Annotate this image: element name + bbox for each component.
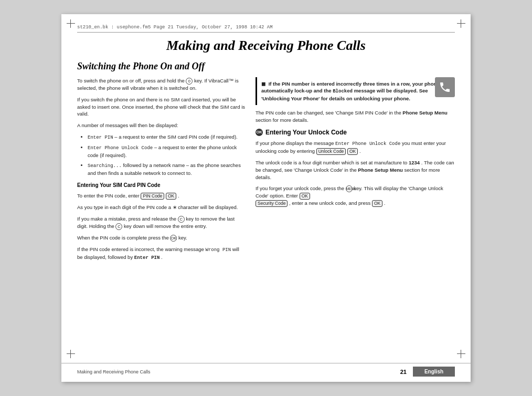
pin-complete-para: When the PIN code is complete press the … (77, 234, 245, 242)
c-key-1: C (178, 216, 185, 223)
unlock-forget-para: If you forget your unlock code, press th… (256, 185, 455, 207)
unlock-code-code: Enter Phone Unlock Code (88, 145, 153, 151)
corner-mark-tr (457, 19, 465, 28)
incorrect-text1: If the PIN code entered is incorrect, th… (77, 246, 204, 252)
left-column: To switch the phone on or off, press and… (77, 77, 245, 266)
sim-insert-para: If you switch the phone on and there is … (77, 96, 245, 118)
unlock-section-heading: OK Entering Your Unlock Code (256, 128, 455, 137)
ok-btn-3: OK (300, 193, 310, 200)
messages-list: Enter PIN – a request to enter the SIM c… (82, 133, 245, 177)
footer: Making and Receiving Phone Calls 21 Engl… (61, 363, 471, 377)
pin-entry-para: To enter the PIN code, enter PIN Code OK… (77, 192, 245, 200)
mistake-text1: If you make a mistake, press and release… (77, 216, 176, 222)
bullet-unlock-code: Enter Phone Unlock Code – a request to e… (88, 144, 245, 159)
ok-key: OK (170, 235, 177, 242)
pin-incorrect-para: If the PIN code entered is incorrect, th… (77, 246, 245, 262)
ok-section-icon: OK (256, 129, 263, 136)
pin-asterisk-para: As you type in each digit of the PIN cod… (77, 204, 245, 211)
header-bar: st210_en.bk : usephone.fm5 Page 21 Tuesd… (77, 25, 455, 33)
corner-mark-tl (67, 19, 75, 28)
phone-setup-menu-2: Phone Setup Menu (358, 167, 403, 173)
complete-text1: When the PIN code is complete press the (77, 235, 169, 241)
intro-para: To switch the phone on or off, press and… (77, 77, 245, 92)
unlock-code-para1: If your phone displays the message Enter… (256, 140, 455, 155)
searching-code: Searching... (88, 163, 122, 169)
pin-change-text2: section for more details. (256, 117, 308, 123)
sim-pin-heading: Entering Your SIM Card PIN Code (77, 182, 245, 190)
unlock-code-para2: The unlock code is a four digit number w… (256, 159, 455, 181)
c-key-2: C (115, 223, 122, 230)
unlock-heading-text: Entering Your Unlock Code (265, 128, 347, 137)
ok-button-1: OK (166, 193, 176, 200)
bullet-searching: Searching... followed by a network name … (88, 162, 245, 177)
enter-phone-unlock-code: Enter Phone Unlock Code (335, 141, 400, 147)
corner-mark-bl (67, 350, 75, 358)
enter-pin-text: – a request to enter the SIM card PIN co… (114, 134, 237, 140)
header-text: st210_en.bk : usephone.fm5 Page 21 Tuesd… (77, 25, 273, 30)
wrong-pin-code: Wrong PIN (206, 247, 231, 253)
forget-text3: , enter a new unlock code, and press (289, 200, 372, 206)
warning-box: ◼ If the PIN number is entered incorrect… (256, 77, 455, 105)
enter-pin-again: Enter PIN (134, 255, 160, 260)
messages-intro: A number of messages will then be displa… (77, 122, 245, 129)
pin-entry-text: To enter the PIN code, enter (77, 193, 140, 199)
ok-btn-4: OK (372, 200, 382, 207)
pin-mistake-para: If you make a mistake, press and release… (77, 215, 245, 230)
complete-text2: key. (178, 235, 187, 241)
page-title: Making and Receiving Phone Calls (77, 38, 455, 54)
blocked-code: Blocked (333, 89, 353, 94)
mistake-text3: key down will remove the entire entry. (124, 223, 207, 229)
section-heading: Switching the Phone On and Off (77, 61, 455, 72)
two-column-layout: To switch the phone on or off, press and… (77, 77, 455, 266)
security-code-btn: Security Code (256, 200, 288, 207)
unlock-code-btn: Unlock Code (316, 148, 346, 155)
zero-key: 0 (186, 78, 193, 85)
unlock-text1: If your phone displays the message (256, 140, 335, 146)
ok-btn-2: OK (347, 148, 358, 155)
corner-mark-br (457, 350, 465, 358)
forget-text1: If you forget your unlock code, press th… (256, 185, 346, 191)
pin-change-para: The PIN code can be changed, see 'Change… (256, 109, 455, 124)
right-column: ◼ If the PIN number is entered incorrect… (256, 77, 455, 266)
unlock-text3: The unlock code is a four digit number w… (256, 160, 409, 165)
phone-setup-menu-label: Phone Setup Menu (402, 110, 448, 116)
footer-page-number: 21 (400, 369, 407, 375)
page: st210_en.bk : usephone.fm5 Page 21 Tuesd… (61, 14, 471, 382)
phone-icon (439, 81, 451, 93)
pin-change-text1: The PIN code can be changed, see 'Change… (256, 110, 402, 116)
menu-key: MENU (346, 185, 353, 192)
footer-text: Making and Receiving Phone Calls (77, 369, 151, 374)
intro-text1: To switch the phone on or off, press and… (77, 78, 185, 84)
pin-code-button: PIN Code (141, 193, 164, 200)
warning-icon: ◼ (261, 81, 265, 87)
phone-icon-box (435, 77, 455, 97)
enter-pin-code: Enter PIN (88, 135, 113, 140)
bullet-enter-pin: Enter PIN – a request to enter the SIM c… (88, 133, 245, 141)
default-code: 1234 (409, 160, 420, 165)
footer-language: English (413, 367, 455, 377)
